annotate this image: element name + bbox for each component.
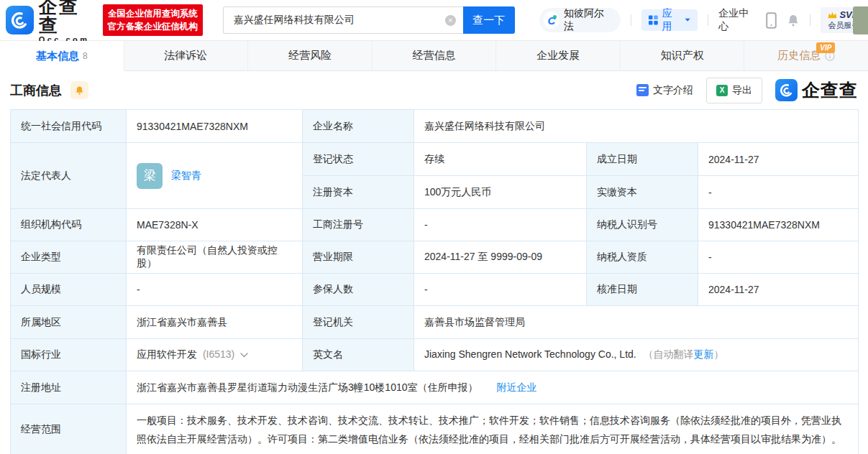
gov-badge-line2: 官方备案企业征信机构: [108, 20, 198, 33]
export-button[interactable]: X 导出: [706, 78, 762, 103]
tab-operation-info[interactable]: 经营信息: [373, 41, 497, 71]
address-value: 浙江省嘉兴市嘉善县罗星街道瑞力动漫生活广场3幢10楼1010室（住所申报） 附近…: [127, 371, 859, 404]
company-type-label: 企业类型: [11, 241, 127, 274]
legal-rep-link[interactable]: 梁智青: [171, 170, 201, 182]
table-row: 经营范围 一般项目：技术服务、技术开发、技术咨询、技术交流、技术转让、技术推广；…: [11, 404, 859, 454]
table-row: 人员规模 - 参保人数 - 核准日期 2024-11-27: [11, 274, 859, 306]
text-intro-button[interactable]: 文字介绍: [636, 84, 693, 97]
table-row: 企业类型 有限责任公司（自然人投资或控股） 营业期限 2024-11-27 至 …: [11, 241, 859, 274]
reg-status-label: 登记状态: [303, 143, 414, 176]
credit-code-label: 统一社会信用代码: [11, 110, 127, 143]
english-name-value: Jiaxing Shengren Network Technology Co.,…: [414, 339, 859, 371]
clear-search-icon[interactable]: ×: [445, 15, 456, 26]
vip-badge: VIP: [816, 42, 835, 53]
excel-icon: X: [716, 85, 728, 96]
mobile-app-icon[interactable]: [766, 12, 777, 29]
biz-reg-no-label: 工商注册号: [303, 209, 414, 241]
search-group: × 查一下: [223, 6, 515, 34]
est-date-label: 成立日期: [587, 143, 698, 176]
est-date-value: 2024-11-27: [698, 143, 859, 176]
apps-label: 应用: [662, 7, 681, 33]
notification-bell-icon[interactable]: [787, 14, 800, 27]
qcc-logo-text: 企查查 Qcc.com: [39, 0, 97, 44]
zhibi-alpha-icon: C: [544, 11, 559, 29]
company-name-label: 企业名称: [303, 110, 414, 143]
org-code-value: MAE7328N-X: [127, 209, 303, 241]
tab-basic-info-count: 8: [83, 51, 88, 61]
reg-status-value: 存续: [414, 143, 587, 176]
taxpayer-qual-value: -: [698, 241, 859, 274]
authority-label: 登记机关: [303, 306, 414, 339]
zhibi-alpha-label: 知彼阿尔法: [564, 7, 611, 33]
english-name-label: 英文名: [303, 339, 414, 371]
biz-term-value: 2024-11-27 至 9999-09-09: [414, 241, 587, 274]
user-avatar[interactable]: [853, 6, 868, 34]
staff-size-label: 人员规模: [11, 274, 127, 306]
section-title: 工商信息: [10, 82, 62, 99]
taxpayer-qual-label: 纳税人资质: [587, 241, 698, 274]
approval-date-label: 核准日期: [587, 274, 698, 306]
approval-date-value: 2024-11-27: [698, 274, 859, 306]
region-value: 浙江省嘉兴市嘉善县: [127, 306, 303, 339]
nearby-companies-link[interactable]: 附近企业: [496, 381, 536, 393]
tab-basic-info-label: 基本信息: [36, 50, 79, 63]
enterprise-center-link[interactable]: 企业中心: [718, 7, 756, 33]
reg-capital-value: 100万元人民币: [414, 176, 587, 209]
business-info-table: 统一社会信用代码 91330421MAE7328NXM 企业名称 嘉兴盛任网络科…: [10, 109, 859, 454]
chevron-down-icon: [685, 18, 690, 22]
gov-badge-line1: 全国企业信用查询系统: [108, 7, 198, 20]
export-label: 导出: [732, 84, 752, 97]
tab-basic-info[interactable]: 基本信息 8: [0, 41, 124, 71]
search-button[interactable]: 查一下: [463, 6, 515, 34]
search-box[interactable]: ×: [223, 6, 463, 34]
text-intro-label: 文字介绍: [653, 84, 693, 97]
business-info-table-wrap: 统一社会信用代码 91330421MAE7328NXM 企业名称 嘉兴盛任网络科…: [0, 109, 868, 454]
divider: [708, 14, 708, 26]
biz-term-label: 营业期限: [303, 241, 414, 274]
corner-brand-name: 企查查: [802, 78, 858, 102]
insured-label: 参保人数: [303, 274, 414, 306]
paid-capital-label: 实缴资本: [587, 176, 698, 209]
corner-brand: 企查查: [775, 78, 858, 102]
crown-icon: [828, 11, 837, 19]
legal-rep-avatar[interactable]: 梁: [137, 163, 163, 189]
region-label: 所属地区: [11, 306, 127, 339]
authority-value: 嘉善县市场监督管理局: [414, 306, 859, 339]
reg-capital-label: 注册资本: [303, 176, 414, 209]
apps-grid-icon: [649, 15, 658, 25]
taxpayer-id-label: 纳税人识别号: [587, 209, 698, 241]
table-row: 法定代表人 梁 梁智青 登记状态 存续 成立日期 2024-11-27: [11, 143, 859, 176]
monitor-bell-icon[interactable]: [70, 81, 88, 99]
credit-code-value: 91330421MAE7328NXM: [127, 110, 303, 143]
table-row: 统一社会信用代码 91330421MAE7328NXM 企业名称 嘉兴盛任网络科…: [11, 110, 859, 143]
tab-legal-litigation[interactable]: 法律诉讼: [124, 41, 249, 71]
company-type-value: 有限责任公司（自然人投资或控股）: [127, 241, 303, 274]
industry-code: (I6513): [203, 348, 234, 360]
tab-history-info[interactable]: VIP 历史信息: [744, 41, 868, 71]
brand-name: 企查查: [39, 0, 97, 34]
qcc-logo[interactable]: 企查查 Qcc.com: [6, 0, 97, 44]
apps-menu[interactable]: 应用: [641, 9, 698, 31]
industry-expand-icon[interactable]: [240, 353, 248, 358]
document-icon: [636, 84, 649, 96]
zhibi-alpha-entry[interactable]: C 知彼阿尔法: [539, 8, 621, 32]
search-input[interactable]: [234, 14, 445, 26]
org-code-label: 组织机构代码: [11, 209, 127, 241]
tab-bar: 基本信息 8 法律诉讼 经营风险 经营信息 企业发展 知识产权 VIP 历史信息: [0, 41, 868, 71]
translation-update-link[interactable]: 更新: [694, 348, 714, 360]
tab-company-development[interactable]: 企业发展: [496, 41, 621, 71]
table-row: 注册地址 浙江省嘉兴市嘉善县罗星街道瑞力动漫生活广场3幢10楼1010室（住所申…: [11, 371, 859, 404]
industry-value: 应用软件开发 (I6513): [127, 339, 303, 371]
divider: [631, 14, 631, 26]
table-row: 国标行业 应用软件开发 (I6513) 英文名 Jiaxing Shengren…: [11, 339, 859, 371]
taxpayer-id-value: 91330421MAE7328NXM: [698, 209, 859, 241]
table-row: 组织机构代码 MAE7328N-X 工商注册号 - 纳税人识别号 9133042…: [11, 209, 859, 241]
biz-reg-no-value: -: [414, 209, 587, 241]
qcc-logo-icon: [6, 6, 34, 34]
tab-operation-risk[interactable]: 经营风险: [248, 41, 373, 71]
legal-rep-label: 法定代表人: [11, 143, 127, 209]
section-actions: 文字介绍 X 导出 企查查: [636, 78, 858, 103]
paid-capital-value: -: [698, 176, 859, 209]
tab-intellectual-property[interactable]: 知识产权: [621, 41, 745, 71]
section-header: 工商信息 文字介绍 X 导出: [0, 71, 868, 109]
